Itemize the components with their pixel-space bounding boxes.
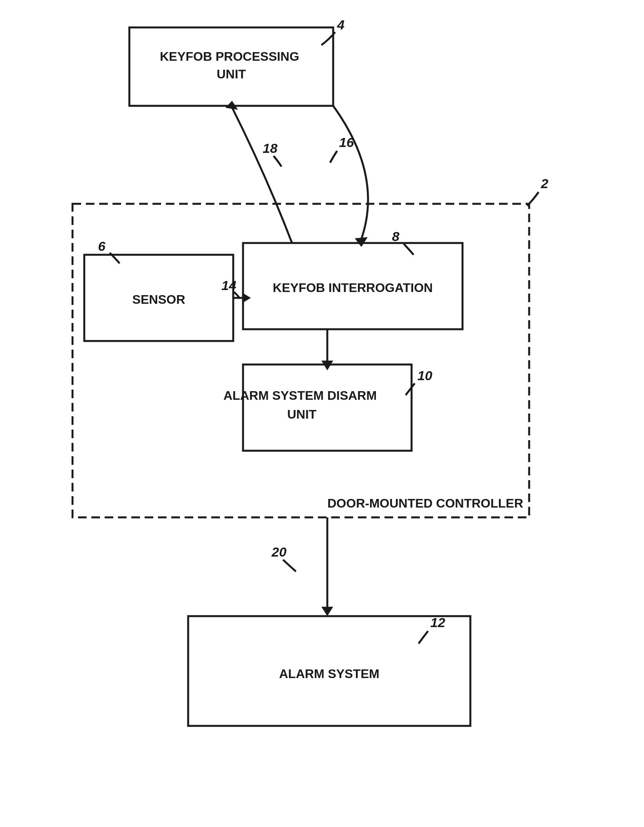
ref6-label: 6	[98, 239, 106, 254]
ref4-label: 4	[337, 17, 345, 32]
arrow14-head	[243, 293, 251, 303]
ref8-label: 8	[392, 229, 399, 244]
diagram-container: KEYFOB PROCESSING UNIT 4 2 DOOR-MOUNTED …	[0, 0, 644, 827]
ref10-label: 10	[417, 368, 432, 383]
arrow20-head	[321, 607, 333, 616]
alarm-disarm-box	[243, 365, 412, 451]
sensor-label: SENSOR	[132, 292, 185, 306]
alarm-disarm-label: ALARM SYSTEM DISARM UNIT	[223, 388, 380, 421]
keyfob-interrogation-label: KEYFOB INTERROGATION	[273, 281, 433, 295]
ref2-label: 2	[541, 176, 548, 191]
keyfob-processing-label-line1: KEYFOB PROCESSING UNIT	[160, 49, 303, 81]
alarm-system-label: ALARM SYSTEM	[279, 667, 379, 681]
door-mounted-controller-label: DOOR-MOUNTED CONTROLLER	[327, 496, 523, 510]
ref14-label: 14	[221, 278, 236, 293]
ref20-label: 20	[271, 544, 287, 559]
ref18-label: 18	[263, 141, 278, 156]
ref12-label: 12	[430, 615, 445, 630]
keyfob-processing-box	[129, 27, 333, 106]
door-mounted-controller-box	[73, 204, 529, 517]
